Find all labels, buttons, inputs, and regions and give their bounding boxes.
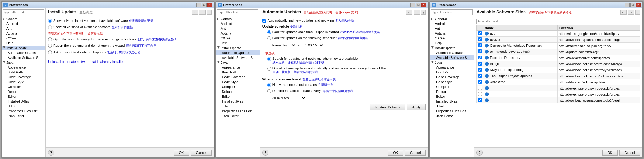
- sidebar-item-appearance-3[interactable]: Appearance: [430, 65, 474, 70]
- sidebar-item-installedjres-1[interactable]: Installed JREs: [2, 99, 45, 104]
- sidebar-item-installupdate-1[interactable]: ▶Install/Update: [2, 46, 45, 50]
- row-check-mylyn[interactable]: [478, 68, 482, 72]
- sidebar-item-android-3[interactable]: Android: [430, 21, 474, 26]
- sidebar-item-debug-2[interactable]: Debug: [216, 89, 260, 94]
- back-button-2[interactable]: ←: [406, 10, 412, 15]
- radio-scheduled[interactable]: [267, 36, 271, 40]
- radio-openwizard-1[interactable]: [48, 37, 52, 41]
- sidebar-item-installupdate-2[interactable]: ▶Install/Update: [216, 46, 260, 50]
- sidebar-item-codestyle-2[interactable]: Code Style: [216, 80, 260, 84]
- filter-input-2[interactable]: [217, 9, 258, 15]
- down-button-3[interactable]: ↓: [635, 10, 640, 15]
- sidebar-item-installedjres-2[interactable]: Installed JREs: [216, 99, 260, 104]
- cancel-button-1[interactable]: Cancel: [191, 150, 211, 156]
- ok-button-2[interactable]: OK: [388, 150, 403, 156]
- forward-button-2[interactable]: →: [414, 10, 420, 15]
- sidebar-item-android-2[interactable]: Android: [216, 21, 260, 26]
- close-button-3[interactable]: ✕: [636, 3, 641, 7]
- sidebar-item-general-2[interactable]: ▶General: [216, 16, 260, 21]
- radio-notify[interactable]: [267, 57, 271, 61]
- ok-button-3[interactable]: OK: [602, 150, 618, 156]
- cancel-button-2[interactable]: Cancel: [405, 150, 426, 156]
- sidebar-item-help-1[interactable]: Help: [2, 41, 45, 46]
- sidebar-item-propfiles-2[interactable]: Properties Files Edit: [216, 109, 260, 113]
- minimize-button-3[interactable]: —: [625, 3, 630, 7]
- sidebar-item-autoupdates-2[interactable]: Automatic Updates: [216, 50, 260, 55]
- uninstall-link-1[interactable]: Uninstall or update software that is alr…: [48, 60, 212, 63]
- sidebar-item-compiler-2[interactable]: Compiler: [216, 84, 260, 89]
- sidebar-item-codecoverage-2[interactable]: Code Coverage: [216, 75, 260, 80]
- sidebar-item-junit-3[interactable]: JUnit: [430, 104, 474, 109]
- close-button-1[interactable]: ✕: [207, 3, 212, 7]
- sidebar-item-ant-2[interactable]: Ant: [216, 26, 260, 31]
- row-check-aptana[interactable]: [478, 37, 482, 41]
- minimize-button-2[interactable]: —: [410, 3, 415, 7]
- sidebar-item-buildpath-3[interactable]: Build Path: [430, 70, 474, 75]
- sidebar-item-buildpath-2[interactable]: Build Path: [216, 70, 260, 75]
- row-check-composite[interactable]: [478, 43, 482, 47]
- sidebar-item-codestyle-3[interactable]: Code Style: [430, 80, 474, 84]
- sidebar-item-java-2[interactable]: ▶Java: [216, 60, 260, 65]
- sidebar-item-appearance-1[interactable]: Appearance: [2, 65, 45, 70]
- sidebar-item-cpp-3[interactable]: C/C++: [430, 36, 474, 41]
- remind-interval-select[interactable]: 30 minutes 1 hour: [270, 95, 306, 101]
- maximize-button-2[interactable]: □: [416, 3, 421, 7]
- radio-askme-1[interactable]: [48, 50, 52, 54]
- forward-button-3[interactable]: →: [628, 10, 634, 15]
- sidebar-item-autoupdates-3[interactable]: Automatic Updates: [430, 50, 474, 55]
- row-check-emma[interactable]: [478, 49, 482, 53]
- help-button-3[interactable]: ?: [476, 150, 483, 156]
- schedule-time-select[interactable]: 1:00 AM 2:00 AM: [303, 42, 324, 48]
- ok-button-1[interactable]: OK: [174, 150, 189, 156]
- row-check-wordwrap[interactable]: [478, 80, 482, 84]
- sidebar-item-ant-1[interactable]: Ant: [2, 26, 45, 31]
- cancel-button-3[interactable]: Cancel: [619, 150, 640, 156]
- down-button-2[interactable]: ↓: [421, 10, 426, 15]
- sidebar-item-help-2[interactable]: Help: [216, 41, 260, 46]
- row-check-exported[interactable]: [478, 56, 482, 59]
- filter-input-3[interactable]: [431, 9, 473, 15]
- sidebar-item-editor-1[interactable]: Editor: [2, 94, 45, 99]
- auto-update-checkbox[interactable]: [262, 19, 266, 23]
- sidebar-item-buildpath-1[interactable]: Build Path: [2, 70, 45, 75]
- sidebar-item-aptana-3[interactable]: Aptana: [430, 31, 474, 36]
- sidebar-item-propfiles-3[interactable]: Properties Files Edit: [430, 109, 474, 113]
- sidebar-item-codecoverage-1[interactable]: Code Coverage: [2, 75, 45, 80]
- sidebar-item-compiler-1[interactable]: Compiler: [2, 84, 45, 89]
- row-check-aptana2[interactable]: [478, 98, 482, 102]
- sidebar-item-installedjres-3[interactable]: Installed JREs: [430, 99, 474, 104]
- sidebar-item-java-3[interactable]: ▶Java: [430, 60, 474, 65]
- sidebar-item-installupdate-3[interactable]: ▶Install/Update: [430, 46, 474, 50]
- sidebar-item-codestyle-1[interactable]: Code Style: [2, 80, 45, 84]
- restore-defaults-button[interactable]: Restore Defaults: [370, 104, 405, 110]
- sidebar-item-jsoneditor-2[interactable]: Json Editor: [216, 113, 260, 118]
- help-button-1[interactable]: ?: [48, 150, 54, 156]
- sidebar-item-editor-2[interactable]: Editor: [216, 94, 260, 99]
- sidebar-item-junit-1[interactable]: JUnit: [2, 104, 45, 109]
- back-button-3[interactable]: ←: [620, 10, 627, 15]
- minimize-button-1[interactable]: —: [196, 3, 201, 7]
- maximize-button-3[interactable]: □: [630, 3, 635, 7]
- radio-allversions-1[interactable]: [48, 25, 52, 29]
- forward-button-1[interactable]: →: [199, 10, 206, 15]
- radio-latest-1[interactable]: [48, 19, 52, 23]
- sidebar-item-general-1[interactable]: ▶General: [2, 16, 45, 21]
- sidebar-item-android-1[interactable]: Android: [2, 21, 45, 26]
- sidebar-item-debug-1[interactable]: Debug: [2, 89, 45, 94]
- radio-startup[interactable]: [267, 30, 271, 34]
- sidebar-item-cpp-2[interactable]: C/C++: [216, 36, 260, 41]
- sidebar-item-editor-3[interactable]: Editor: [430, 94, 474, 99]
- sidebar-item-availsoftware-2[interactable]: Available Software S: [216, 55, 260, 60]
- maximize-button-1[interactable]: □: [202, 3, 207, 7]
- sidebar-item-java-1[interactable]: ▶Java: [2, 60, 45, 65]
- sidebar-item-general-3[interactable]: ▶General: [430, 16, 474, 21]
- sidebar-item-junit-2[interactable]: JUnit: [216, 104, 260, 109]
- sidebar-item-aptana-1[interactable]: Aptana: [2, 31, 45, 36]
- sidebar-item-aptana-2[interactable]: Aptana: [216, 31, 260, 36]
- uninstall-link-text-1[interactable]: Uninstall or update software that is alr…: [48, 60, 124, 63]
- sidebar-item-cpp-1[interactable]: C/C++: [2, 36, 45, 41]
- sidebar-item-codecoverage-3[interactable]: Code Coverage: [430, 75, 474, 80]
- row-check-dsdp1[interactable]: [478, 86, 482, 90]
- radio-remind[interactable]: [267, 89, 271, 93]
- sidebar-item-jsoneditor-1[interactable]: Json Editor: [2, 113, 45, 118]
